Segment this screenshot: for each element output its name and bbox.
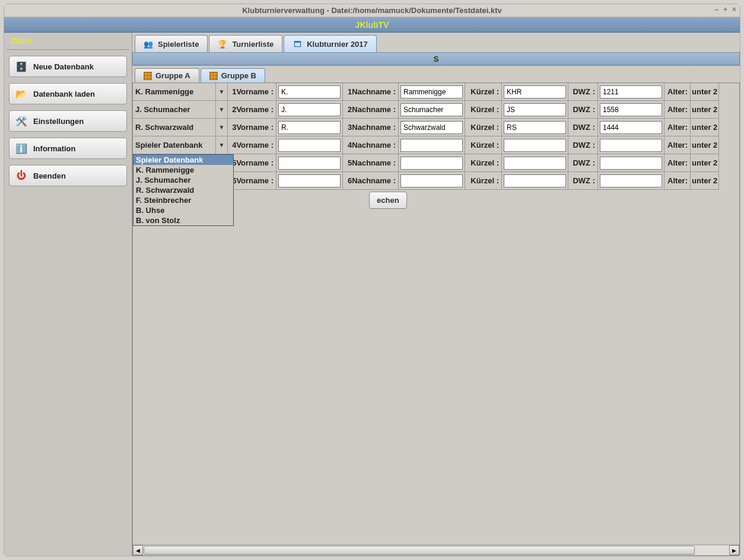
vorname-input[interactable] bbox=[278, 157, 341, 170]
dwz-cell bbox=[598, 154, 664, 172]
form-row: R. Schwarzwald▼3Vorname :3Nachname :Kürz… bbox=[133, 119, 739, 136]
window: Klubturnierverwaltung - Datei:/home/mamu… bbox=[4, 4, 740, 556]
nachname-input[interactable] bbox=[400, 174, 463, 187]
combo-value: J. Schumacher bbox=[135, 105, 190, 114]
vorname-cell bbox=[276, 154, 343, 172]
datenbank-laden-button[interactable]: 📂 Datenbank laden bbox=[9, 83, 127, 104]
nachname-input[interactable] bbox=[400, 85, 463, 98]
dropdown-item[interactable]: J. Schumacher bbox=[133, 175, 233, 185]
maximize-icon[interactable]: + bbox=[723, 5, 727, 14]
information-button[interactable]: ℹ️ Information bbox=[9, 138, 127, 159]
dwz-cell bbox=[598, 83, 664, 101]
dwz-input[interactable] bbox=[600, 139, 662, 152]
nachname-input[interactable] bbox=[400, 103, 463, 116]
kuerzel-label: Kürzel : bbox=[465, 154, 502, 172]
horizontal-scrollbar[interactable]: ◀ ▶ bbox=[133, 545, 739, 555]
dropdown-item[interactable]: K. Rammenigge bbox=[133, 165, 233, 175]
grid-icon bbox=[209, 72, 218, 80]
vorname-cell bbox=[276, 119, 343, 136]
vorname-label: 5Vorname : bbox=[228, 154, 276, 172]
chevron-down-icon[interactable]: ▼ bbox=[215, 83, 225, 100]
kuerzel-cell bbox=[502, 119, 568, 136]
scroll-left-icon[interactable]: ◀ bbox=[133, 545, 143, 555]
chevron-down-icon[interactable]: ▼ bbox=[215, 119, 225, 136]
nachname-input[interactable] bbox=[400, 139, 463, 152]
nachname-cell bbox=[399, 83, 465, 101]
beenden-button[interactable]: ⏻ Beenden bbox=[9, 165, 127, 186]
window-controls: – + × bbox=[714, 5, 736, 14]
kuerzel-input[interactable] bbox=[504, 121, 566, 134]
kuerzel-input[interactable] bbox=[504, 103, 566, 116]
dwz-cell bbox=[598, 136, 664, 154]
kuerzel-input[interactable] bbox=[504, 174, 566, 187]
nachname-label: 1Nachname : bbox=[343, 83, 399, 101]
dwz-input[interactable] bbox=[600, 103, 662, 116]
dropdown-item[interactable]: Spieler Datenbank bbox=[133, 155, 233, 165]
tab-label: Turnierliste bbox=[232, 40, 274, 49]
btn-label: Beenden bbox=[33, 171, 66, 180]
scroll-thumb[interactable] bbox=[144, 546, 695, 555]
dropdown-item[interactable]: F. Steinbrecher bbox=[133, 195, 233, 205]
minimize-icon[interactable]: – bbox=[714, 5, 718, 14]
player-dropdown[interactable]: Spieler DatenbankK. RammeniggeJ. Schumac… bbox=[133, 154, 234, 226]
body: Datei 🗄️ Neue Datenbank 📂 Datenbank lade… bbox=[4, 33, 740, 556]
tabbar: 👥 Spielerliste 🏆 Turnierliste 🗔 Klubturn… bbox=[132, 33, 740, 52]
scroll-track[interactable] bbox=[143, 545, 729, 555]
main: 👥 Spielerliste 🏆 Turnierliste 🗔 Klubturn… bbox=[132, 33, 740, 556]
player-combo[interactable]: K. Rammenigge▼ bbox=[133, 83, 228, 101]
kuerzel-cell bbox=[502, 136, 568, 154]
kuerzel-cell bbox=[502, 101, 568, 119]
dwz-input[interactable] bbox=[600, 157, 662, 170]
combo-value: Spieler Datenbank bbox=[135, 141, 202, 149]
vorname-label: 6Vorname : bbox=[228, 172, 276, 190]
alter-label: Alter: bbox=[664, 154, 691, 172]
player-combo[interactable]: Spieler Datenbank▼ bbox=[133, 136, 228, 154]
app-title: JKlubTV bbox=[4, 17, 740, 33]
dwz-input[interactable] bbox=[600, 174, 662, 187]
nachname-input[interactable] bbox=[400, 157, 463, 170]
alter-cell: unter 2 bbox=[691, 136, 719, 154]
kuerzel-input[interactable] bbox=[504, 157, 566, 170]
nachname-label: 3Nachname : bbox=[343, 119, 399, 136]
nachname-label: 5Nachname : bbox=[343, 154, 399, 172]
chevron-down-icon[interactable]: ▼ bbox=[215, 136, 225, 154]
vorname-input[interactable] bbox=[278, 85, 341, 98]
chevron-down-icon[interactable]: ▼ bbox=[215, 101, 225, 118]
dropdown-item[interactable]: B. von Stolz bbox=[133, 215, 233, 225]
dropdown-item[interactable]: B. Uhse bbox=[133, 205, 233, 215]
close-icon[interactable]: × bbox=[732, 5, 736, 14]
dwz-cell bbox=[598, 172, 664, 190]
nachname-label: 2Nachname : bbox=[343, 101, 399, 119]
neue-datenbank-button[interactable]: 🗄️ Neue Datenbank bbox=[9, 56, 127, 77]
alter-label: Alter: bbox=[664, 172, 691, 190]
einstellungen-button[interactable]: 🛠️ Einstellungen bbox=[9, 110, 127, 132]
dwz-input[interactable] bbox=[600, 121, 662, 134]
tab-turnierliste[interactable]: 🏆 Turnierliste bbox=[209, 35, 282, 52]
tab-klubturnier[interactable]: 🗔 Klubturnier 2017 bbox=[284, 35, 377, 52]
vorname-input[interactable] bbox=[278, 103, 341, 116]
alter-label: Alter: bbox=[664, 101, 691, 119]
alter-label: Alter: bbox=[664, 119, 691, 136]
nachname-input[interactable] bbox=[400, 121, 463, 134]
subtab-label: Gruppe B bbox=[221, 71, 256, 80]
subtab-gruppe-b[interactable]: Gruppe B bbox=[201, 68, 265, 82]
kuerzel-cell bbox=[502, 172, 568, 190]
dwz-input[interactable] bbox=[600, 85, 662, 98]
tab-spielerliste[interactable]: 👥 Spielerliste bbox=[135, 35, 208, 52]
kuerzel-label: Kürzel : bbox=[465, 119, 502, 136]
player-combo[interactable]: J. Schumacher▼ bbox=[133, 101, 228, 119]
vorname-input[interactable] bbox=[278, 174, 341, 187]
vorname-input[interactable] bbox=[278, 139, 341, 152]
vorname-input[interactable] bbox=[278, 121, 341, 134]
scroll-right-icon[interactable]: ▶ bbox=[729, 545, 739, 555]
form-row: K. Rammenigge▼1Vorname :1Nachname :Kürze… bbox=[133, 83, 739, 101]
subtab-label: Gruppe A bbox=[155, 71, 190, 80]
subtab-gruppe-a[interactable]: Gruppe A bbox=[135, 68, 199, 82]
kuerzel-input[interactable] bbox=[504, 85, 566, 98]
dropdown-item[interactable]: R. Schwarzwald bbox=[133, 185, 233, 195]
kuerzel-label: Kürzel : bbox=[465, 83, 502, 101]
abbrechen-button-partial[interactable]: echen bbox=[369, 192, 407, 209]
kuerzel-input[interactable] bbox=[504, 139, 566, 152]
player-combo[interactable]: R. Schwarzwald▼ bbox=[133, 119, 228, 136]
grid-icon bbox=[144, 72, 152, 80]
